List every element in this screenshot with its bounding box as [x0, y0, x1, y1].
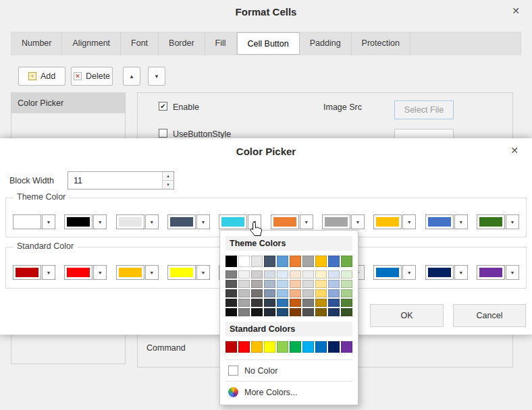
- color-swatch[interactable]: [264, 270, 275, 279]
- color-swatch[interactable]: [225, 289, 237, 297]
- tab-alignment[interactable]: Alignment: [62, 32, 121, 55]
- color-swatch[interactable]: [238, 256, 250, 267]
- chevron-down-icon[interactable]: ▼: [145, 214, 159, 229]
- color-swatch[interactable]: [238, 308, 250, 316]
- color-swatch[interactable]: [328, 299, 340, 307]
- list-item-color-picker[interactable]: Color Picker: [11, 93, 125, 113]
- color-swatch[interactable]: [302, 270, 314, 279]
- chevron-down-icon[interactable]: ▼: [93, 265, 107, 280]
- color-swatch[interactable]: [315, 299, 327, 307]
- color-dropdown-combo[interactable]: ▼: [167, 214, 210, 229]
- chevron-down-icon[interactable]: ▼: [506, 214, 519, 229]
- color-swatch[interactable]: [277, 280, 288, 288]
- color-swatch[interactable]: [238, 289, 250, 297]
- tab-fill[interactable]: Fill: [205, 32, 237, 55]
- chevron-down-icon[interactable]: ▼: [454, 265, 468, 280]
- color-swatch[interactable]: [315, 341, 327, 353]
- select-file-button[interactable]: Select File: [394, 100, 454, 119]
- chevron-down-icon[interactable]: ▼: [454, 214, 468, 229]
- move-up-button[interactable]: ▲: [123, 67, 140, 86]
- color-swatch[interactable]: [251, 308, 263, 316]
- tab-cell-button[interactable]: Cell Button: [237, 32, 300, 55]
- color-dropdown-combo[interactable]: ▼: [13, 265, 55, 280]
- chevron-down-icon[interactable]: ▼: [351, 214, 365, 229]
- add-button[interactable]: + Add: [18, 67, 65, 86]
- color-swatch[interactable]: [302, 280, 314, 288]
- color-swatch[interactable]: [328, 289, 340, 297]
- chevron-down-icon[interactable]: ▼: [196, 214, 210, 229]
- color-swatch[interactable]: [251, 289, 263, 297]
- color-swatch[interactable]: [277, 299, 288, 307]
- chevron-down-icon[interactable]: ▼: [300, 214, 313, 229]
- tab-number[interactable]: Number: [11, 32, 62, 55]
- color-swatch[interactable]: [225, 299, 237, 307]
- color-swatch[interactable]: [315, 280, 327, 288]
- color-dropdown-combo[interactable]: ▼: [373, 265, 416, 280]
- color-swatch[interactable]: [328, 308, 340, 316]
- ok-button[interactable]: OK: [370, 304, 444, 327]
- chevron-down-icon[interactable]: ▼: [506, 265, 519, 280]
- color-swatch[interactable]: [264, 289, 275, 297]
- color-swatch[interactable]: [315, 256, 327, 267]
- use-button-style-checkbox[interactable]: [159, 129, 167, 138]
- tab-font[interactable]: Font: [121, 32, 159, 55]
- color-swatch[interactable]: [315, 270, 327, 279]
- color-swatch[interactable]: [341, 280, 352, 288]
- color-swatch[interactable]: [277, 270, 288, 279]
- delete-button[interactable]: ✕ Delete: [71, 67, 113, 86]
- color-swatch[interactable]: [264, 280, 275, 288]
- color-swatch[interactable]: [341, 256, 352, 267]
- color-dropdown-combo[interactable]: ▼: [167, 265, 210, 280]
- color-swatch[interactable]: [225, 341, 237, 353]
- color-swatch[interactable]: [290, 256, 301, 267]
- color-swatch[interactable]: [341, 308, 352, 316]
- color-swatch[interactable]: [328, 270, 340, 279]
- color-swatch[interactable]: [251, 270, 263, 279]
- more-colors-menu-item[interactable]: More Colors...: [225, 385, 352, 399]
- color-swatch[interactable]: [290, 289, 301, 297]
- color-swatch[interactable]: [302, 308, 314, 316]
- cancel-button[interactable]: Cancel: [453, 304, 526, 327]
- color-swatch[interactable]: [277, 341, 288, 353]
- color-swatch[interactable]: [302, 289, 314, 297]
- color-swatch[interactable]: [328, 341, 340, 353]
- color-swatch[interactable]: [225, 256, 237, 267]
- color-swatch[interactable]: [302, 256, 314, 267]
- color-swatch[interactable]: [251, 256, 263, 267]
- chevron-down-icon[interactable]: ▼: [402, 265, 416, 280]
- color-dropdown-combo[interactable]: ▼: [64, 214, 107, 229]
- color-dropdown-combo[interactable]: ▼: [477, 265, 519, 280]
- color-picker-close-button[interactable]: ✕: [510, 145, 518, 156]
- color-dropdown-combo[interactable]: ▼: [13, 214, 55, 229]
- color-swatch[interactable]: [290, 308, 301, 316]
- chevron-down-icon[interactable]: ▼: [42, 265, 55, 280]
- color-swatch[interactable]: [277, 308, 288, 316]
- tab-protection[interactable]: Protection: [352, 32, 410, 55]
- color-swatch[interactable]: [264, 256, 275, 267]
- chevron-down-icon[interactable]: ▼: [196, 265, 210, 280]
- color-swatch[interactable]: [238, 341, 250, 353]
- color-swatch[interactable]: [315, 308, 327, 316]
- color-swatch[interactable]: [225, 270, 237, 279]
- color-swatch[interactable]: [290, 280, 301, 288]
- no-color-menu-item[interactable]: No Color: [225, 363, 352, 378]
- color-swatch[interactable]: [328, 256, 340, 267]
- block-width-input[interactable]: [68, 172, 161, 189]
- chevron-down-icon[interactable]: ▼: [145, 265, 159, 280]
- color-dropdown-combo[interactable]: ▼: [425, 265, 468, 280]
- chevron-down-icon[interactable]: ▼: [93, 214, 107, 229]
- color-swatch[interactable]: [264, 299, 275, 307]
- color-swatch[interactable]: [251, 280, 263, 288]
- format-cells-close-button[interactable]: ✕: [512, 5, 520, 16]
- color-dropdown-combo[interactable]: ▼: [116, 265, 159, 280]
- color-dropdown-combo[interactable]: ▼: [271, 214, 313, 229]
- color-swatch[interactable]: [238, 280, 250, 288]
- color-dropdown-combo[interactable]: ▼: [322, 214, 365, 229]
- chevron-down-icon[interactable]: ▼: [402, 214, 416, 229]
- color-swatch[interactable]: [264, 308, 275, 316]
- color-swatch[interactable]: [264, 341, 275, 353]
- color-swatch[interactable]: [302, 341, 314, 353]
- color-swatch[interactable]: [341, 299, 352, 307]
- color-swatch[interactable]: [341, 341, 352, 353]
- color-swatch[interactable]: [251, 299, 263, 307]
